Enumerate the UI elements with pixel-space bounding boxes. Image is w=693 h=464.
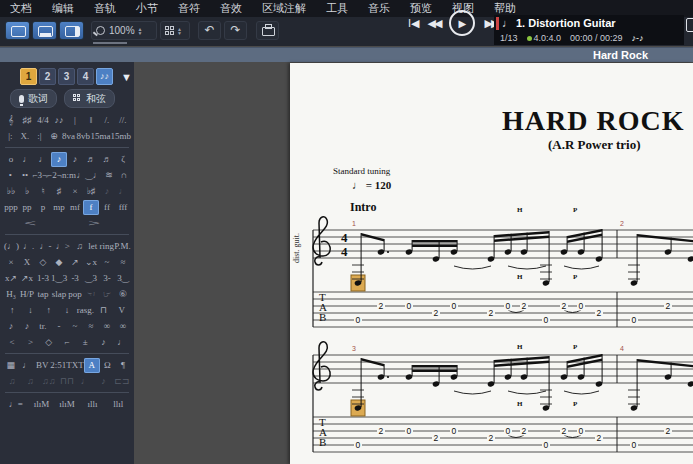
dead-note-big-icon[interactable]: X bbox=[19, 255, 35, 270]
tab-articulation-label[interactable]: H bbox=[517, 273, 523, 281]
undo-button[interactable]: ↶ bbox=[198, 21, 221, 40]
tab-fret-number[interactable]: 2 bbox=[666, 301, 671, 311]
tab-fret-number[interactable]: 0 bbox=[579, 426, 584, 436]
tab-fret-number[interactable]: 0 bbox=[407, 301, 412, 311]
right-hand-icon[interactable]: ☞ bbox=[99, 287, 115, 302]
beam[interactable] bbox=[412, 365, 457, 367]
beam-brackets-icon[interactable]: ⊏⊐ bbox=[113, 374, 131, 389]
eighth-note-icon[interactable]: ♪ bbox=[51, 152, 67, 167]
multirest-icon[interactable]: X. bbox=[18, 129, 33, 144]
tab-fret-number[interactable]: 2 bbox=[666, 426, 671, 436]
time-signature-icon[interactable]: 4/4 bbox=[35, 113, 51, 128]
simile-mark-icon[interactable]: /. bbox=[99, 113, 115, 128]
track-display-panel[interactable]: ♩ 1. Distortion Guitar 1/13 4.0:4.0 00:0… bbox=[494, 15, 684, 45]
pan-automation-icon[interactable]: ılıM bbox=[54, 397, 80, 412]
slide-out-curve-icon[interactable]: 3‿ bbox=[115, 271, 131, 286]
trill-icon[interactable]: tr. bbox=[35, 319, 51, 334]
volume-automation-icon[interactable]: ılıM bbox=[29, 397, 55, 412]
tied-pair-icon[interactable]: ♫ bbox=[71, 239, 88, 254]
time-sig-denominator[interactable]: 4 bbox=[341, 244, 348, 259]
loop-a-icon[interactable]: ∞ bbox=[99, 319, 115, 334]
dyn-mf-icon[interactable]: mf bbox=[67, 200, 83, 215]
enharmonic-icon[interactable]: ♪ bbox=[99, 184, 115, 199]
augmentation-dot[interactable] bbox=[387, 376, 389, 378]
ottava-alta-icon[interactable]: 8va bbox=[61, 129, 76, 144]
sharp-icon[interactable]: ♯ bbox=[51, 184, 67, 199]
tab-fret-number[interactable]: 2 bbox=[489, 433, 494, 443]
rewind-button[interactable]: ◀◀ bbox=[428, 17, 441, 30]
tab-fret-number[interactable]: 2 bbox=[379, 301, 384, 311]
beam-auto-icon[interactable]: ♫ bbox=[3, 374, 21, 389]
note-head[interactable] bbox=[687, 256, 693, 263]
slur[interactable] bbox=[564, 266, 599, 269]
tab-fret-number[interactable]: 0 bbox=[356, 440, 361, 450]
measure-number[interactable]: 4 bbox=[620, 345, 624, 352]
tab-fret-number[interactable]: 2 bbox=[522, 426, 527, 436]
beam-join-icon[interactable]: ♫ bbox=[21, 374, 39, 389]
tab-fret-number[interactable]: 2 bbox=[434, 433, 439, 443]
tempo-automation-icon[interactable]: ♩= bbox=[3, 397, 29, 412]
section-marker-icon[interactable]: A bbox=[84, 358, 100, 373]
dot-icon[interactable]: • bbox=[3, 168, 18, 183]
ghost-icon[interactable]: ♩ bbox=[115, 184, 131, 199]
ghost-note-icon[interactable]: (♩) bbox=[3, 239, 20, 254]
layout-control[interactable]: ▲▼ bbox=[160, 21, 190, 40]
menu-区域注解[interactable]: 区域注解 bbox=[252, 0, 316, 17]
mixer-icon[interactable] bbox=[686, 18, 693, 32]
double-simile-icon[interactable]: //. bbox=[115, 113, 131, 128]
track-title[interactable]: 1. Distortion Guitar bbox=[516, 17, 616, 29]
grace-before-icon[interactable]: ♪ bbox=[3, 319, 19, 334]
score-area[interactable]: HARD ROCK (A.R Power trio) Standard tuni… bbox=[134, 62, 693, 464]
n-tuplet-icon[interactable]: n:m bbox=[62, 168, 77, 183]
tab-articulation-label[interactable]: P bbox=[573, 273, 578, 281]
time-sig-numerator[interactable]: 4 bbox=[341, 230, 348, 245]
dead-note-icon[interactable]: × bbox=[3, 255, 19, 270]
legato-slide-icon[interactable]: 1‿3 bbox=[51, 271, 67, 286]
articulation-label[interactable]: P bbox=[573, 206, 578, 214]
free-time-icon[interactable]: ♪♪ bbox=[51, 113, 67, 128]
print-button[interactable] bbox=[256, 21, 279, 40]
voice-button-3[interactable]: 3 bbox=[58, 68, 75, 85]
tab-articulation-label[interactable]: H bbox=[517, 400, 523, 408]
slide-in-curve-icon[interactable]: ‿3 bbox=[83, 271, 99, 286]
dyn-pp-icon[interactable]: pp bbox=[19, 200, 35, 215]
menu-文档[interactable]: 文档 bbox=[0, 0, 42, 17]
grace-on-beat-icon[interactable]: ♪ bbox=[19, 319, 35, 334]
vibrato-icon[interactable]: ~ bbox=[99, 255, 115, 270]
layout-spinner[interactable]: ▲▼ bbox=[177, 27, 182, 35]
repeat-close-icon[interactable]: :| bbox=[32, 129, 47, 144]
go-begin-button[interactable]: Ι◀ bbox=[408, 17, 420, 30]
measure-number[interactable]: 1 bbox=[352, 220, 356, 227]
stem-force-icon[interactable]: ♪ bbox=[94, 374, 112, 389]
arpeggio-down-icon[interactable]: ↓ bbox=[58, 303, 76, 318]
slur[interactable] bbox=[564, 391, 599, 394]
quindicesima-bassa-icon[interactable]: 15mb bbox=[110, 129, 131, 144]
strum-up-icon[interactable]: ↑ bbox=[3, 303, 21, 318]
redo-button[interactable]: ↷ bbox=[224, 21, 247, 40]
voice-button-2[interactable]: 2 bbox=[39, 68, 56, 85]
slur[interactable] bbox=[508, 391, 546, 394]
slur[interactable] bbox=[454, 266, 491, 269]
bend-release-icon[interactable]: ⌄x bbox=[83, 255, 99, 270]
palm-mute-icon[interactable]: P.M. bbox=[114, 239, 131, 254]
double-flat-icon[interactable]: ♭♭ bbox=[3, 184, 19, 199]
tab-fret-number[interactable]: 0 bbox=[356, 315, 361, 325]
view-page-button[interactable] bbox=[5, 21, 30, 40]
dive-icon[interactable]: ≈ bbox=[83, 319, 99, 334]
master-automation-icon[interactable]: llıl bbox=[105, 397, 131, 412]
let-ring-icon[interactable]: ≋ bbox=[102, 168, 117, 183]
tenuto-icon[interactable]: ♩- bbox=[37, 239, 54, 254]
clef-icon[interactable]: 𝄞 bbox=[3, 113, 19, 128]
fade-in-icon[interactable]: < bbox=[3, 335, 21, 350]
view-parchment-button[interactable] bbox=[32, 21, 57, 40]
slap-icon[interactable]: slap bbox=[51, 287, 67, 302]
double-sharp-icon[interactable]: × bbox=[67, 184, 83, 199]
tap-icon[interactable]: tap bbox=[35, 287, 51, 302]
timer-marker-icon[interactable]: 2:51 bbox=[50, 358, 66, 373]
menu-小节[interactable]: 小节 bbox=[126, 0, 168, 17]
slide-out-icon[interactable]: ↗x bbox=[19, 271, 35, 286]
sixtyfourth-note-icon[interactable]: ♬ bbox=[99, 152, 115, 167]
slide-in-icon[interactable]: -3 bbox=[67, 271, 83, 286]
tab-fret-number[interactable]: 2 bbox=[522, 301, 527, 311]
chord-diagram-icon[interactable]: ▦ bbox=[3, 358, 19, 373]
